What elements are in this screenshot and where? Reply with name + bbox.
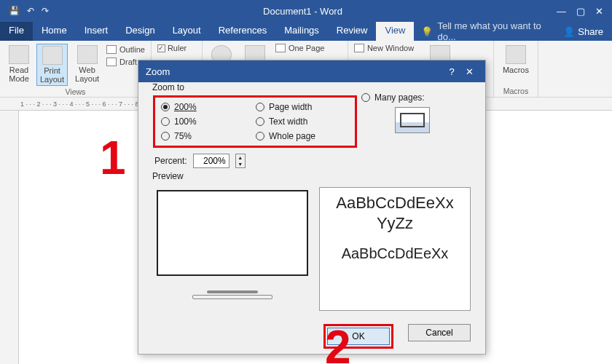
percent-spinner[interactable]: ▲▼ (235, 154, 246, 168)
radio-75[interactable]: 75% (161, 131, 248, 141)
many-pages-group: Many pages: (361, 92, 463, 133)
tell-me-placeholder: Tell me what you want to do... (437, 20, 547, 42)
checkbox-icon: ✓ (157, 44, 165, 52)
lightbulb-icon: 💡 (421, 26, 433, 37)
tab-references[interactable]: References (210, 22, 275, 41)
radio-100[interactable]: 100% (161, 116, 248, 127)
dialog-help-button[interactable]: ? (443, 66, 460, 77)
preview-group: Preview AaBbCcDdEeXx YyZz AaBbCcDdEeXx (147, 177, 476, 317)
radio-200[interactable]: 200% (161, 102, 248, 112)
sample-line-1: AaBbCcDdEeXx (323, 194, 467, 213)
share-label: Share (578, 26, 603, 37)
read-mode-button[interactable]: Read Mode (6, 44, 32, 84)
zoom-to-legend: Zoom to (150, 82, 187, 92)
outline-icon (106, 45, 117, 54)
dialog-titlebar: Zoom ? ✕ (138, 60, 485, 82)
radio-many-pages[interactable]: Many pages: (361, 92, 463, 103)
title-bar: 💾 ↶ ↷ Document1 - Word — ▢ ✕ (0, 0, 612, 22)
ribbon-tabs: File Home Insert Design Layout Reference… (0, 22, 612, 41)
one-page-icon (275, 44, 286, 52)
radio-icon (361, 93, 370, 102)
quick-access-toolbar: 💾 ↶ ↷ (0, 6, 49, 16)
read-mode-icon (9, 45, 29, 64)
print-layout-icon (42, 46, 63, 65)
many-pages-picker[interactable] (395, 107, 430, 133)
dialog-close-button[interactable]: ✕ (460, 66, 478, 77)
tab-view[interactable]: View (376, 22, 414, 41)
web-layout-button[interactable]: Web Layout (72, 44, 102, 84)
group-views: Read Mode Print Layout Web Layout Outlin… (0, 41, 152, 97)
sample-line-3: AaBbCcDdEeXx (323, 245, 467, 262)
window-buttons: — ▢ ✕ (557, 6, 612, 17)
new-window-icon (354, 44, 364, 52)
dialog-buttons: OK Cancel (147, 324, 476, 349)
annotation-box-1: 200% Page width 100% Text width 75% Whol… (153, 95, 357, 148)
sample-line-2: YyZz (323, 213, 467, 235)
draft-icon (106, 58, 117, 66)
vertical-ruler[interactable] (0, 111, 19, 364)
radio-icon (256, 117, 264, 126)
radio-whole-page[interactable]: Whole page (256, 131, 350, 141)
annotation-number-2: 2 (325, 320, 351, 364)
minimize-button[interactable]: — (557, 6, 566, 17)
radio-icon (161, 132, 170, 141)
radio-icon (256, 132, 264, 141)
zoom-to-group: Zoom to 200% Page width 100% Text width … (147, 88, 476, 177)
web-layout-icon (77, 45, 98, 64)
undo-icon[interactable]: ↶ (27, 6, 34, 16)
tab-mailings[interactable]: Mailings (275, 22, 328, 41)
macros-icon (506, 45, 526, 64)
preview-screen-icon (157, 190, 308, 276)
spin-up-icon[interactable]: ▲ (236, 154, 245, 161)
one-page-button[interactable]: One Page (275, 44, 325, 52)
radio-icon (161, 103, 170, 111)
percent-input[interactable] (193, 154, 230, 168)
group-macros: Macros Macros (494, 41, 538, 97)
ruler-checkbox[interactable]: ✓Ruler (157, 44, 187, 52)
radio-icon (161, 117, 170, 126)
tab-home[interactable]: Home (33, 22, 76, 41)
dialog-title: Zoom (146, 66, 443, 77)
redo-icon[interactable]: ↷ (42, 6, 49, 16)
percent-label: Percent: (154, 156, 187, 166)
save-icon[interactable]: 💾 (9, 6, 20, 16)
zoom-dialog: Zoom ? ✕ Zoom to 200% Page width 100% Te… (138, 60, 486, 355)
tab-review[interactable]: Review (328, 22, 377, 41)
spin-down-icon[interactable]: ▼ (236, 161, 245, 167)
radio-page-width[interactable]: Page width (256, 102, 350, 112)
tab-layout[interactable]: Layout (164, 22, 210, 41)
maximize-button[interactable]: ▢ (576, 6, 585, 17)
cancel-button[interactable]: Cancel (408, 324, 471, 341)
tab-design[interactable]: Design (117, 22, 163, 41)
group-views-label: Views (6, 86, 145, 96)
radio-icon (256, 103, 264, 111)
tab-insert[interactable]: Insert (76, 22, 117, 41)
document-title: Document1 - Word (49, 6, 557, 17)
share-button[interactable]: 👤 Share (554, 22, 612, 41)
outline-button[interactable]: Outline (106, 45, 145, 54)
new-window-button[interactable]: New Window (354, 44, 414, 52)
group-macros-label: Macros (500, 85, 532, 95)
preview-monitor (153, 187, 312, 311)
radio-text-width[interactable]: Text width (256, 116, 350, 127)
preview-legend: Preview (150, 171, 186, 181)
annotation-number-1: 1 (100, 131, 126, 185)
print-layout-button[interactable]: Print Layout (36, 44, 68, 86)
font-sample: AaBbCcDdEeXx YyZz AaBbCcDdEeXx (319, 187, 471, 311)
macros-button[interactable]: Macros (500, 44, 532, 76)
tell-me-box[interactable]: 💡 Tell me what you want to do... (414, 22, 554, 41)
close-window-button[interactable]: ✕ (595, 6, 603, 17)
tab-file[interactable]: File (0, 22, 33, 41)
share-icon: 👤 (563, 26, 575, 37)
